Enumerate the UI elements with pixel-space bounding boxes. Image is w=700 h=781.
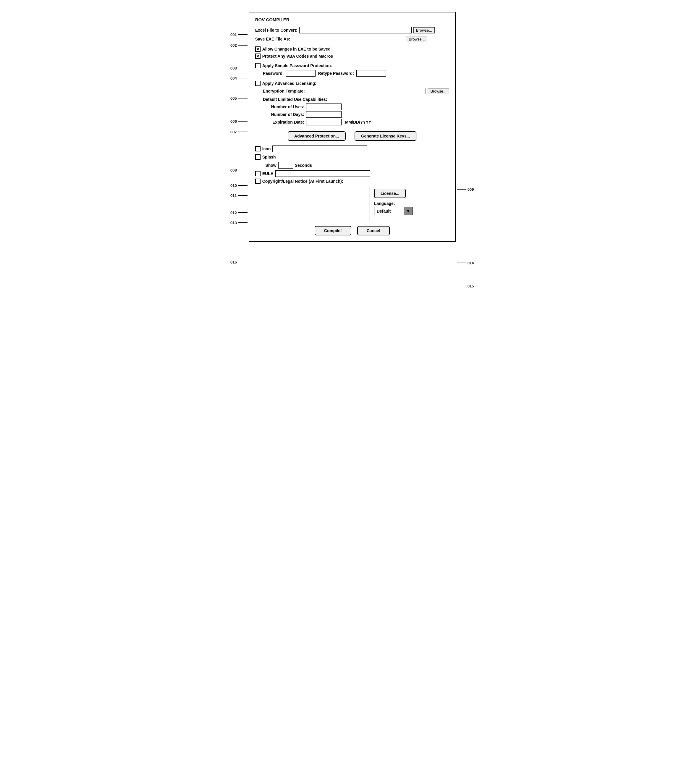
password-protection-label: Apply Simple Password Protection: (262, 63, 332, 68)
line-003 (238, 68, 248, 68)
allow-changes-label: Allow Changes in EXE to be Saved (262, 47, 331, 52)
generate-license-button[interactable]: Generate License Keys... (355, 131, 417, 141)
show-seconds-input[interactable] (278, 162, 293, 168)
line-num-012: 012 (226, 211, 237, 215)
save-exe-browse-button[interactable]: Browse... (406, 36, 427, 42)
num-days-row: Number of Days: (263, 111, 449, 118)
main-panel: ROV COMPILER Excel File to Convert: Brow… (249, 12, 456, 242)
default-limited-label: Default Limited Use Capabilities: (263, 97, 327, 102)
line-num-005: 005 (226, 96, 237, 100)
line-008 (238, 170, 248, 170)
copyright-content-area: License... Language: Default (255, 186, 449, 221)
encryption-label: Encryption Template: (263, 89, 305, 93)
license-button[interactable]: License... (374, 189, 406, 198)
save-exe-input[interactable] (292, 36, 404, 42)
annotation-014: 014 (457, 259, 474, 267)
password-protection-checkbox[interactable] (255, 63, 260, 68)
num-uses-label: Number of Uses: (263, 104, 304, 109)
num-days-input[interactable] (306, 111, 342, 118)
annotation-008: 008 (226, 164, 248, 176)
line-num-008: 008 (226, 168, 237, 172)
encryption-row: Encryption Template: Browse... (263, 88, 449, 94)
protect-vba-label: Protect Any VBA Codes and Macros (262, 54, 333, 58)
expiry-input[interactable] (306, 119, 342, 125)
line-004 (238, 78, 248, 78)
action-buttons-row: Advanced Protection... Generate License … (255, 131, 449, 141)
eula-row: EULA (255, 170, 449, 177)
annotation-015: 015 (457, 282, 474, 290)
advanced-licensing-checkbox[interactable] (255, 81, 260, 86)
encryption-browse-button[interactable]: Browse... (428, 88, 449, 94)
annotation-001: 001 (226, 30, 248, 39)
annotation-013: 013 (226, 218, 248, 227)
date-format-label: MM/DD/YYYY (345, 120, 372, 125)
line-002 (238, 45, 248, 45)
splash-checkbox[interactable] (255, 154, 260, 160)
language-dropdown[interactable]: Default (374, 207, 413, 215)
line-num-007: 007 (226, 130, 237, 134)
protect-vba-row: Protect Any VBA Codes and Macros (255, 53, 449, 59)
line-num-006: 006 (226, 119, 237, 123)
save-exe-row: Save EXE File As: Browse... (255, 36, 449, 42)
annotation-007: 007 (226, 128, 248, 136)
excel-file-input[interactable] (299, 27, 412, 33)
line-num-003: 003 (226, 66, 237, 70)
show-label: Show (263, 163, 277, 168)
compile-button[interactable]: Compile! (315, 226, 351, 235)
eula-label: EULA (262, 171, 273, 176)
line-007 (238, 132, 248, 132)
annotation-004: 004 (226, 74, 248, 82)
eula-input[interactable] (275, 170, 370, 177)
icon-label: Icon (262, 147, 271, 151)
num-days-label: Number of Days: (263, 112, 304, 117)
password-protection-row: Apply Simple Password Protection: (255, 63, 449, 68)
dropdown-arrow-icon[interactable] (404, 207, 412, 215)
expiry-label: Expiration Date: (263, 120, 304, 125)
language-default-value: Default (374, 209, 404, 213)
panel-title: ROV COMPILER (255, 17, 449, 22)
line-num-016: 016 (226, 260, 237, 265)
encryption-input[interactable] (307, 88, 426, 94)
annotation-011: 011 (226, 192, 248, 200)
annotation-009: 009 (457, 183, 474, 195)
eula-checkbox[interactable] (255, 171, 260, 176)
language-section: Language: Default (374, 201, 413, 215)
password-fields-row: Password: Retype Password: (263, 70, 449, 77)
excel-browse-button[interactable]: Browse... (413, 27, 435, 33)
line-num-009: 009 (468, 187, 474, 192)
line-011 (238, 195, 248, 196)
right-spacer-lang (457, 267, 474, 282)
password-input[interactable] (286, 70, 315, 77)
line-015 (457, 286, 467, 286)
copyright-label: Copyright/Legal Notice (At First Launch)… (262, 179, 343, 184)
excel-file-label: Excel File to Convert: (255, 28, 298, 33)
line-009 (457, 189, 467, 190)
compile-cancel-row: Compile! Cancel (255, 226, 449, 235)
advanced-protection-button[interactable]: Advanced Protection... (288, 131, 346, 141)
save-exe-label: Save EXE File As: (255, 37, 290, 42)
num-uses-input[interactable] (306, 103, 342, 110)
annotation-003: 003 (226, 64, 248, 72)
icon-checkbox[interactable] (255, 146, 260, 152)
copyright-textarea[interactable] (263, 186, 369, 221)
copyright-checkbox[interactable] (255, 178, 260, 184)
allow-changes-checkbox[interactable] (255, 47, 260, 52)
line-num-013: 013 (226, 221, 237, 225)
protect-vba-checkbox[interactable] (255, 53, 260, 59)
annotation-006: 006 (226, 117, 248, 125)
limited-use-fields: Number of Uses: Number of Days: Expirati… (263, 103, 449, 125)
annotation-012: 012 (226, 208, 248, 217)
line-num-004: 004 (226, 76, 237, 80)
icon-input[interactable] (272, 145, 367, 152)
splash-row: Splash (255, 154, 449, 160)
cancel-button[interactable]: Cancel (357, 226, 390, 235)
right-spacer-mid (457, 195, 474, 259)
seconds-label: Seconds (295, 163, 312, 168)
retype-password-input[interactable] (357, 70, 386, 77)
splash-input[interactable] (278, 154, 372, 160)
line-013 (238, 222, 248, 223)
line-num-010: 010 (226, 183, 237, 188)
line-010 (238, 185, 248, 186)
default-limited-label-row: Default Limited Use Capabilities: (263, 97, 449, 102)
retype-password-label: Retype Password: (318, 71, 354, 76)
